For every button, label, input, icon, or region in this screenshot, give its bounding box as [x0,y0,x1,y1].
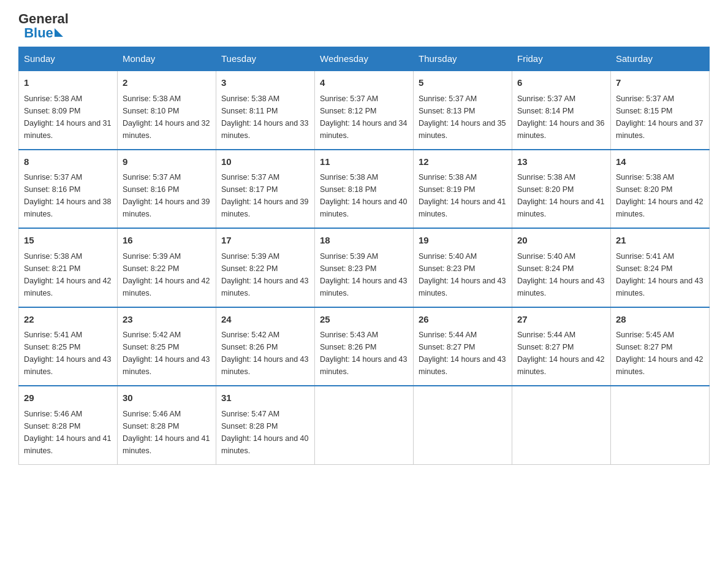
calendar-cell: 16Sunrise: 5:39 AMSunset: 8:22 PMDayligh… [118,228,216,307]
calendar-cell: 18Sunrise: 5:39 AMSunset: 8:23 PMDayligh… [315,228,414,307]
calendar-cell: 7Sunrise: 5:37 AMSunset: 8:15 PMDaylight… [611,71,710,150]
day-number: 6 [517,76,605,90]
day-number: 12 [419,155,507,169]
day-info: Sunrise: 5:38 AMSunset: 8:09 PMDaylight:… [24,93,112,142]
day-number: 24 [221,313,309,327]
calendar-week-5: 29Sunrise: 5:46 AMSunset: 8:28 PMDayligh… [19,386,710,464]
calendar-cell: 19Sunrise: 5:40 AMSunset: 8:23 PMDayligh… [414,228,512,307]
calendar-cell: 6Sunrise: 5:37 AMSunset: 8:14 PMDaylight… [512,71,611,150]
weekday-header-sunday: Sunday [19,47,118,71]
day-number: 7 [616,76,704,90]
calendar-cell: 8Sunrise: 5:37 AMSunset: 8:16 PMDaylight… [19,150,118,229]
day-number: 13 [517,155,605,169]
day-info: Sunrise: 5:40 AMSunset: 8:24 PMDaylight:… [517,250,605,299]
calendar-cell [512,386,611,464]
day-info: Sunrise: 5:37 AMSunset: 8:13 PMDaylight:… [419,93,507,142]
day-number: 17 [221,234,309,248]
day-info: Sunrise: 5:37 AMSunset: 8:16 PMDaylight:… [123,171,211,220]
day-info: Sunrise: 5:41 AMSunset: 8:25 PMDaylight:… [24,329,112,378]
day-info: Sunrise: 5:44 AMSunset: 8:27 PMDaylight:… [419,329,507,378]
day-number: 3 [221,76,309,90]
weekday-header-friday: Friday [512,47,611,71]
day-number: 14 [616,155,704,169]
calendar-cell: 11Sunrise: 5:38 AMSunset: 8:18 PMDayligh… [315,150,414,229]
logo: General Blue [18,12,69,40]
day-number: 4 [320,76,408,90]
day-info: Sunrise: 5:42 AMSunset: 8:26 PMDaylight:… [221,329,309,378]
calendar-week-1: 1Sunrise: 5:38 AMSunset: 8:09 PMDaylight… [19,71,710,150]
day-info: Sunrise: 5:37 AMSunset: 8:12 PMDaylight:… [320,93,408,142]
calendar-cell: 10Sunrise: 5:37 AMSunset: 8:17 PMDayligh… [216,150,315,229]
calendar-cell: 31Sunrise: 5:47 AMSunset: 8:28 PMDayligh… [216,386,315,464]
day-number: 20 [517,234,605,248]
day-number: 1 [24,76,112,90]
calendar-cell: 27Sunrise: 5:44 AMSunset: 8:27 PMDayligh… [512,307,611,386]
calendar-cell: 1Sunrise: 5:38 AMSunset: 8:09 PMDaylight… [19,71,118,150]
calendar-cell: 5Sunrise: 5:37 AMSunset: 8:13 PMDaylight… [414,71,512,150]
day-number: 25 [320,313,408,327]
day-info: Sunrise: 5:38 AMSunset: 8:19 PMDaylight:… [419,171,507,220]
calendar-week-3: 15Sunrise: 5:38 AMSunset: 8:21 PMDayligh… [19,228,710,307]
day-info: Sunrise: 5:39 AMSunset: 8:22 PMDaylight:… [123,250,211,299]
day-info: Sunrise: 5:37 AMSunset: 8:15 PMDaylight:… [616,93,704,142]
calendar-cell: 17Sunrise: 5:39 AMSunset: 8:22 PMDayligh… [216,228,315,307]
calendar-cell: 9Sunrise: 5:37 AMSunset: 8:16 PMDaylight… [118,150,216,229]
day-number: 31 [221,391,309,405]
weekday-header-tuesday: Tuesday [216,47,315,71]
day-number: 11 [320,155,408,169]
calendar-cell: 30Sunrise: 5:46 AMSunset: 8:28 PMDayligh… [118,386,216,464]
calendar-cell: 20Sunrise: 5:40 AMSunset: 8:24 PMDayligh… [512,228,611,307]
day-info: Sunrise: 5:47 AMSunset: 8:28 PMDaylight:… [221,408,309,457]
day-number: 5 [419,76,507,90]
day-info: Sunrise: 5:38 AMSunset: 8:21 PMDaylight:… [24,250,112,299]
day-number: 2 [123,76,211,90]
day-info: Sunrise: 5:38 AMSunset: 8:10 PMDaylight:… [123,93,211,142]
day-info: Sunrise: 5:46 AMSunset: 8:28 PMDaylight:… [123,408,211,457]
day-number: 19 [419,234,507,248]
calendar-week-2: 8Sunrise: 5:37 AMSunset: 8:16 PMDaylight… [19,150,710,229]
page-header: General Blue [18,12,710,40]
calendar-cell [611,386,710,464]
day-info: Sunrise: 5:39 AMSunset: 8:22 PMDaylight:… [221,250,309,299]
day-number: 9 [123,155,211,169]
calendar-table: SundayMondayTuesdayWednesdayThursdayFrid… [18,47,710,465]
day-number: 15 [24,234,112,248]
calendar-cell: 21Sunrise: 5:41 AMSunset: 8:24 PMDayligh… [611,228,710,307]
weekday-header-monday: Monday [118,47,216,71]
calendar-cell: 22Sunrise: 5:41 AMSunset: 8:25 PMDayligh… [19,307,118,386]
day-info: Sunrise: 5:40 AMSunset: 8:23 PMDaylight:… [419,250,507,299]
day-info: Sunrise: 5:38 AMSunset: 8:20 PMDaylight:… [517,171,605,220]
calendar-week-4: 22Sunrise: 5:41 AMSunset: 8:25 PMDayligh… [19,307,710,386]
calendar-cell: 25Sunrise: 5:43 AMSunset: 8:26 PMDayligh… [315,307,414,386]
day-number: 29 [24,391,112,405]
day-number: 26 [419,313,507,327]
day-number: 18 [320,234,408,248]
day-number: 30 [123,391,211,405]
day-number: 22 [24,313,112,327]
day-number: 28 [616,313,704,327]
calendar-cell: 14Sunrise: 5:38 AMSunset: 8:20 PMDayligh… [611,150,710,229]
day-info: Sunrise: 5:38 AMSunset: 8:11 PMDaylight:… [221,93,309,142]
weekday-header-saturday: Saturday [611,47,710,71]
weekday-header-wednesday: Wednesday [315,47,414,71]
day-info: Sunrise: 5:43 AMSunset: 8:26 PMDaylight:… [320,329,408,378]
day-number: 21 [616,234,704,248]
day-info: Sunrise: 5:45 AMSunset: 8:27 PMDaylight:… [616,329,704,378]
calendar-cell: 23Sunrise: 5:42 AMSunset: 8:25 PMDayligh… [118,307,216,386]
calendar-cell: 26Sunrise: 5:44 AMSunset: 8:27 PMDayligh… [414,307,512,386]
day-number: 23 [123,313,211,327]
day-info: Sunrise: 5:38 AMSunset: 8:18 PMDaylight:… [320,171,408,220]
day-number: 8 [24,155,112,169]
calendar-cell: 13Sunrise: 5:38 AMSunset: 8:20 PMDayligh… [512,150,611,229]
day-info: Sunrise: 5:37 AMSunset: 8:14 PMDaylight:… [517,93,605,142]
day-number: 10 [221,155,309,169]
calendar-cell: 2Sunrise: 5:38 AMSunset: 8:10 PMDaylight… [118,71,216,150]
calendar-cell: 12Sunrise: 5:38 AMSunset: 8:19 PMDayligh… [414,150,512,229]
day-info: Sunrise: 5:39 AMSunset: 8:23 PMDaylight:… [320,250,408,299]
calendar-cell: 29Sunrise: 5:46 AMSunset: 8:28 PMDayligh… [19,386,118,464]
calendar-cell: 15Sunrise: 5:38 AMSunset: 8:21 PMDayligh… [19,228,118,307]
day-info: Sunrise: 5:37 AMSunset: 8:16 PMDaylight:… [24,171,112,220]
day-number: 27 [517,313,605,327]
calendar-header-row: SundayMondayTuesdayWednesdayThursdayFrid… [19,47,710,71]
day-info: Sunrise: 5:37 AMSunset: 8:17 PMDaylight:… [221,171,309,220]
